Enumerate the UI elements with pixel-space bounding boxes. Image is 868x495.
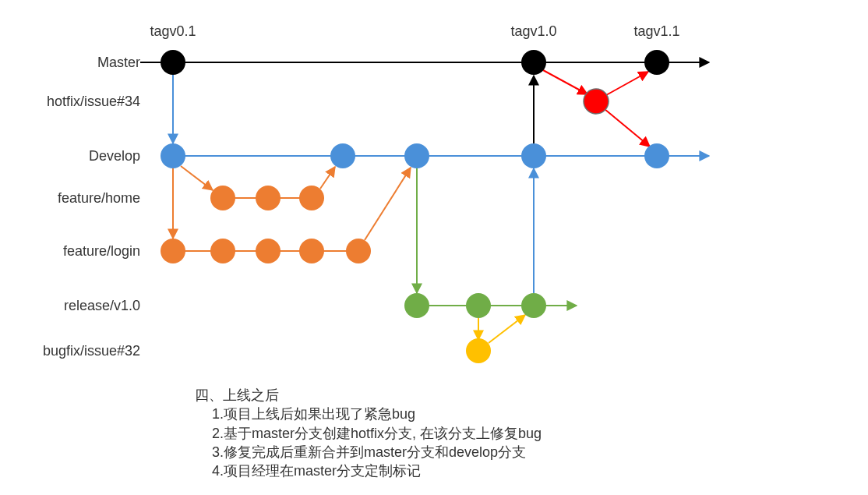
node-develop-4 <box>644 143 669 168</box>
edge-m1-h0 <box>543 70 587 94</box>
edge-b0-r2 <box>489 315 525 343</box>
node-master-0 <box>161 50 185 75</box>
node-hotfix-0 <box>584 89 609 114</box>
node-release-0 <box>404 293 429 318</box>
notes-line-2: 2.基于master分支创建hotfix分支, 在该分支上修复bug <box>195 424 542 443</box>
edge-h0-m2 <box>606 72 648 95</box>
node-feature-login-0 <box>161 239 185 263</box>
node-feature-login-4 <box>346 239 371 263</box>
node-feature-home-1 <box>256 186 281 210</box>
edge-fh2-d1 <box>320 167 335 189</box>
node-feature-login-1 <box>210 239 235 263</box>
notes-block: 四、上线之后 1.项目上线后如果出现了紧急bug 2.基于master分支创建h… <box>195 386 542 480</box>
node-feature-login-3 <box>299 239 324 263</box>
node-develop-1 <box>330 143 355 168</box>
notes-title: 四、上线之后 <box>195 386 542 405</box>
node-master-1 <box>521 50 546 75</box>
node-feature-home-2 <box>299 186 324 210</box>
node-release-2 <box>521 293 546 318</box>
node-develop-0 <box>161 143 185 168</box>
notes-line-1: 1.项目上线后如果出现了紧急bug <box>195 405 542 423</box>
edge-h0-d4 <box>605 109 650 147</box>
edge-d0-fh0 <box>181 166 213 190</box>
node-feature-login-2 <box>256 239 281 263</box>
notes-line-3: 3.修复完成后重新合并到master分支和develop分支 <box>195 443 542 461</box>
notes-line-4: 4.项目经理在master分支定制标记 <box>195 461 542 480</box>
node-release-1 <box>466 293 491 318</box>
node-master-2 <box>644 50 669 75</box>
edge-fl4-d2 <box>365 168 411 240</box>
node-develop-3 <box>521 143 546 168</box>
node-bugfix-0 <box>466 338 491 363</box>
node-develop-2 <box>404 143 429 168</box>
node-feature-home-0 <box>210 186 235 210</box>
